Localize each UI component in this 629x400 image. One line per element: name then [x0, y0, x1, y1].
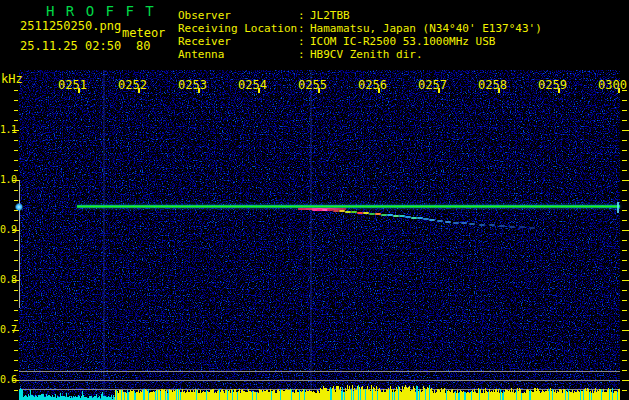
doppler-trail-segment: [519, 226, 525, 228]
time-tick-0252: [138, 88, 140, 93]
freq-minor-tick: [14, 310, 18, 311]
doppler-trail-segment: [461, 222, 467, 224]
freq-minor-tick: [14, 340, 18, 341]
freq-minor-tick: [14, 220, 18, 221]
spectrogram-noise-field: [19, 70, 620, 400]
station-value: HB9CV Zenith dir.: [310, 48, 423, 61]
freq-right-tick: [622, 300, 627, 301]
freq-right-tick: [622, 350, 627, 351]
freq-minor-tick: [14, 370, 18, 371]
station-row-receiving-location: Receiving Location:Hamamatsu, Japan (N34…: [178, 22, 542, 35]
time-label-0256: 0256: [351, 78, 395, 92]
interference-streak: [103, 70, 105, 400]
datetime-label: 25.11.25 02:50: [20, 39, 121, 53]
time-label-0251: 0251: [51, 78, 95, 92]
freq-minor-tick: [14, 100, 18, 101]
time-tick-0251: [78, 88, 80, 93]
freq-minor-tick: [14, 170, 18, 171]
station-value: JL2TBB: [310, 9, 350, 22]
freq-right-tick: [622, 190, 627, 191]
mode-label: meteor: [122, 26, 165, 40]
doppler-trail-segment: [529, 227, 535, 229]
freq-right-tick: [622, 90, 627, 91]
freq-minor-tick: [14, 210, 18, 211]
freq-right-tick: [622, 260, 627, 261]
doppler-trail-segment: [469, 223, 475, 225]
time-tick-0253: [198, 88, 200, 93]
freq-right-tick: [622, 380, 629, 381]
station-value: ICOM IC-R2500 53.1000MHz USB: [310, 35, 495, 48]
time-label-0253: 0253: [171, 78, 215, 92]
carrier-signal-line: [77, 205, 620, 208]
time-label-0254: 0254: [231, 78, 275, 92]
freq-right-tick: [622, 340, 627, 341]
station-separator: :: [298, 9, 305, 22]
time-tick-0259: [558, 88, 560, 93]
freq-minor-tick: [14, 110, 18, 111]
doppler-trail-segment: [429, 219, 435, 221]
freq-major-tick-0.8: [12, 280, 19, 281]
freq-minor-tick: [14, 270, 18, 271]
freq-right-tick: [622, 150, 627, 151]
freq-minor-tick: [14, 320, 18, 321]
freq-major-tick-0.7: [12, 330, 19, 331]
doppler-trail-segment: [499, 225, 505, 227]
freq-right-tick: [622, 330, 629, 331]
freq-minor-tick: [14, 150, 18, 151]
reference-level-line: [19, 380, 620, 381]
time-label-0252: 0252: [111, 78, 155, 92]
freq-right-tick: [622, 390, 627, 391]
freq-right-tick: [622, 270, 627, 271]
freq-right-tick: [622, 200, 627, 201]
freq-minor-tick: [14, 290, 18, 291]
freq-right-tick: [622, 120, 627, 121]
freq-minor-tick: [14, 350, 18, 351]
doppler-trail-segment: [509, 226, 515, 228]
time-label-0258: 0258: [471, 78, 515, 92]
freq-right-tick: [622, 180, 629, 181]
freq-major-tick-0.9: [12, 230, 19, 231]
freq-right-tick: [622, 100, 627, 101]
station-row-receiver: Receiver:ICOM IC-R2500 53.1000MHz USB: [178, 35, 542, 48]
freq-right-tick: [622, 250, 627, 251]
time-tick-0257: [438, 88, 440, 93]
station-separator: :: [298, 48, 305, 61]
freq-minor-tick: [14, 190, 18, 191]
freq-right-tick: [622, 320, 627, 321]
station-separator: :: [298, 35, 305, 48]
time-label-0257: 0257: [411, 78, 455, 92]
reference-level-line: [19, 371, 620, 372]
doppler-trail-segment: [489, 224, 495, 226]
freq-right-tick: [622, 290, 627, 291]
freq-minor-tick: [14, 300, 18, 301]
freq-right-tick: [622, 110, 627, 111]
doppler-trail-segment: [479, 224, 485, 226]
station-row-antenna: Antenna:HB9CV Zenith dir.: [178, 48, 542, 61]
freq-right-tick: [622, 140, 627, 141]
signal-level-bar: [619, 389, 620, 400]
freq-right-tick: [622, 310, 627, 311]
station-value: Hamamatsu, Japan (N34°40' E137°43'): [310, 22, 542, 35]
station-label: Receiving Location: [178, 22, 298, 35]
freq-major-tick-1.0: [12, 180, 19, 181]
freq-minor-tick: [14, 120, 18, 121]
freq-minor-tick: [14, 390, 18, 391]
time-tick-0258: [498, 88, 500, 93]
freq-major-tick-1.1: [12, 130, 19, 131]
station-separator: :: [298, 22, 305, 35]
app-title: H R O F F T: [46, 3, 155, 19]
freq-unit-label: kHz: [1, 72, 23, 86]
freq-minor-tick: [14, 260, 18, 261]
freq-minor-tick: [14, 360, 18, 361]
time-tick-0256: [378, 88, 380, 93]
station-row-observer: Observer:JL2TBB: [178, 9, 542, 22]
time-tick-0255: [318, 88, 320, 93]
freq-minor-tick: [14, 90, 18, 91]
freq-right-tick: [622, 160, 627, 161]
count-value: 80: [136, 39, 150, 53]
freq-right-tick: [622, 220, 627, 221]
freq-minor-tick: [14, 200, 18, 201]
doppler-trail-segment: [437, 220, 443, 222]
freq-right-tick: [622, 360, 627, 361]
station-label: Receiver: [178, 35, 298, 48]
